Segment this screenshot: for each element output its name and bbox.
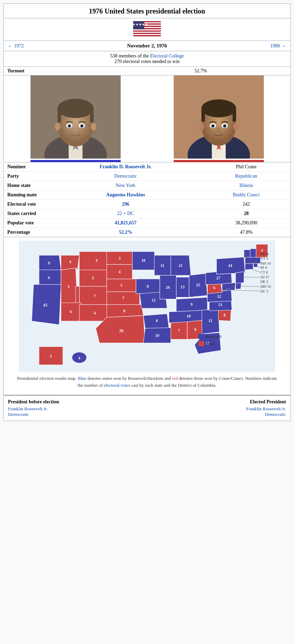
navigation-row: ← 1972 November 2, 1976 1980 → <box>4 41 290 51</box>
svg-marker-56 <box>39 270 61 284</box>
percentage-label: Percentage <box>4 228 49 237</box>
map-section: 9 6 45 3 4 <box>4 237 290 395</box>
running-mate-row: Running mate Augustus Hawkins Buddy Cian… <box>4 190 290 200</box>
svg-rect-7 <box>133 29 161 30</box>
electoral-college-link[interactable]: Electoral College <box>150 53 184 59</box>
states-carried-row: States carried 22 + DC 28 <box>4 209 290 218</box>
prev-election-link[interactable]: ← 1972 <box>8 43 24 49</box>
svg-rect-8 <box>133 30 161 32</box>
svg-text:7: 7 <box>94 294 96 298</box>
svg-point-41 <box>201 99 236 117</box>
elected-president-link[interactable]: Franklin Roosevelt Jr. <box>247 406 286 412</box>
svg-text:12: 12 <box>152 298 156 303</box>
map-caption-part2: denotes states won by Roosevelt/Hawkins … <box>86 376 172 381</box>
svg-text:CT 8: CT 8 <box>260 270 268 274</box>
dem-party-link[interactable]: Democratic <box>114 173 137 179</box>
party-label: Party <box>4 172 49 181</box>
home-state-row: Home state New York Illinois <box>4 181 290 190</box>
svg-rect-11 <box>133 34 161 35</box>
svg-text:8: 8 <box>224 313 226 317</box>
map-caption: Presidential election results map. Blue … <box>7 372 287 391</box>
rep-mate-link[interactable]: Buddy Cianci <box>233 192 260 197</box>
svg-rect-42 <box>201 108 205 122</box>
electoral-votes-link[interactable]: electoral votes <box>104 383 130 388</box>
dem-party: Democratic <box>49 172 202 181</box>
svg-text:4: 4 <box>69 260 71 264</box>
svg-text:7: 7 <box>122 296 124 301</box>
dem-nominee-name: Franklin D. Roosevelt Jr. <box>49 162 202 172</box>
svg-text:4: 4 <box>119 270 121 274</box>
rep-states-carried: 28 <box>202 209 290 218</box>
dem-running-mate: Augustus Hawkins <box>49 190 202 200</box>
rep-nominee-name: Phil Crane <box>202 162 290 172</box>
party-row: Party Democratic Republican <box>4 172 290 181</box>
rep-state-link[interactable]: Illinois <box>239 183 253 188</box>
us-flag-icon: ★★★★★★ <box>133 21 161 36</box>
dem-nominee-link[interactable]: Franklin D. Roosevelt Jr. <box>100 164 152 169</box>
svg-rect-141 <box>227 289 230 291</box>
svg-text:12: 12 <box>217 294 221 299</box>
map-container: 9 6 45 3 4 <box>7 241 287 391</box>
svg-rect-43 <box>233 108 236 122</box>
nominee-row: Nominee Franklin D. Roosevelt Jr. Phil C… <box>4 162 290 172</box>
dem-state-link[interactable]: New York <box>116 183 136 188</box>
candidates-photos-row <box>4 75 290 162</box>
svg-text:6: 6 <box>70 310 72 314</box>
svg-text:21: 21 <box>179 263 183 268</box>
elected-party-link[interactable]: Democratic <box>247 412 286 417</box>
svg-text:10: 10 <box>141 258 146 263</box>
electoral-map: 9 6 45 3 4 <box>7 241 287 372</box>
electoral-vote-label: Electoral vote <box>4 200 49 209</box>
svg-text:8: 8 <box>123 309 126 313</box>
svg-text:VT 3: VT 3 <box>260 257 268 260</box>
election-date: November 2, 1976 <box>127 43 167 49</box>
svg-text:12: 12 <box>208 319 213 323</box>
svg-text:41: 41 <box>228 263 233 268</box>
footer-section: President before election Franklin Roose… <box>4 395 290 421</box>
red-word[interactable]: red <box>172 376 178 381</box>
dem-candidate-photo <box>4 75 147 162</box>
svg-text:13: 13 <box>181 285 185 289</box>
svg-point-50 <box>216 127 221 133</box>
svg-text:6: 6 <box>156 319 158 323</box>
before-election-title: President before election <box>8 399 59 405</box>
svg-marker-54 <box>39 255 61 270</box>
dem-mate-link[interactable]: Augustus Hawkins <box>106 192 145 197</box>
rep-candidate-photo <box>147 75 290 162</box>
rep-party: Republican <box>202 172 290 181</box>
electoral-college-text: 538 members of the Electoral College <box>6 53 288 59</box>
svg-text:6: 6 <box>213 286 215 290</box>
before-election-col: President before election Franklin Roose… <box>8 399 59 417</box>
svg-text:13: 13 <box>218 303 222 307</box>
electoral-info: 538 members of the Electoral College 270… <box>4 51 290 67</box>
svg-point-30 <box>81 125 83 127</box>
rep-popular-vote: 38,290,090 <box>202 218 290 228</box>
before-party-link[interactable]: Democratic <box>8 412 59 417</box>
svg-rect-23 <box>58 108 61 122</box>
rep-party-link[interactable]: Republican <box>235 173 257 179</box>
states-carried-label: States carried <box>4 209 49 218</box>
rep-percentage: 47.8% <box>202 228 290 237</box>
running-mate-label: Running mate <box>4 190 49 200</box>
svg-point-33 <box>91 123 96 131</box>
svg-text:3: 3 <box>67 285 69 289</box>
svg-text:NJ 17: NJ 17 <box>260 275 269 279</box>
before-president-link[interactable]: Franklin Roosevelt Jr. <box>8 406 59 412</box>
svg-text:10: 10 <box>187 314 191 319</box>
svg-point-48 <box>212 125 214 127</box>
popular-vote-label: Popular vote <box>4 218 49 228</box>
svg-rect-162 <box>198 334 204 339</box>
svg-text:25: 25 <box>196 283 200 287</box>
popular-vote-row: Popular vote 41,821,657 38,290,090 <box>4 218 290 228</box>
dc-link[interactable]: DC <box>127 211 134 216</box>
rep-home-state: Illinois <box>202 181 290 190</box>
svg-text:Roosevelt: Roosevelt <box>206 334 222 339</box>
svg-marker-137 <box>244 250 250 257</box>
next-election-link[interactable]: 1980 → <box>270 43 286 49</box>
turnout-label: Turnout <box>7 68 35 74</box>
svg-point-49 <box>224 125 226 127</box>
svg-rect-12 <box>133 35 161 36</box>
svg-text:3: 3 <box>119 256 121 261</box>
flag-section: ★★★★★★ <box>4 18 290 41</box>
blue-word[interactable]: Blue <box>78 376 86 381</box>
